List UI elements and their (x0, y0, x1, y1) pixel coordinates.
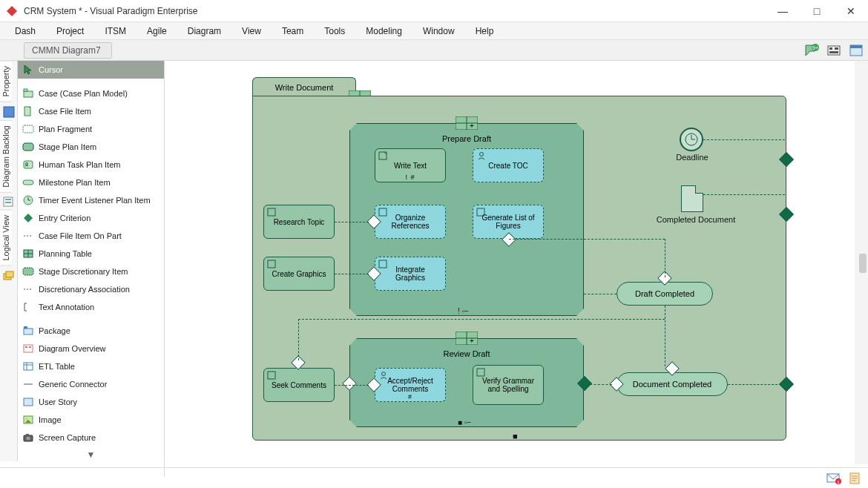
palette-item-stage-discretionary-item[interactable]: Stage Discretionary Item (18, 263, 164, 280)
palette-item-generic-connector[interactable]: Generic Connector (18, 375, 164, 393)
palette-item-package[interactable]: Package (18, 322, 164, 340)
task-label: Verify Grammar and Spelling (478, 377, 539, 393)
task-verify-grammar[interactable]: Verify Grammar and Spelling (473, 365, 544, 405)
menu-tools[interactable]: Tools (314, 24, 355, 38)
palette-item-text-annotation[interactable]: Text Annotation (18, 298, 164, 316)
palette-item-diagram-overview[interactable]: Diagram Overview (18, 340, 164, 357)
svg-rect-6 (829, 51, 838, 53)
task-accept-reject[interactable]: Accept/Reject Comments # (375, 368, 446, 402)
task-label: Create Graphics (272, 270, 326, 278)
palette-item-label: Timer Event Listener Plan Item (39, 196, 151, 205)
palette-item-label: Cursor (39, 65, 63, 74)
palette-item-case-file-item-on-part[interactable]: Case File Item On Part (18, 227, 164, 245)
menu-agile[interactable]: Agile (137, 24, 177, 38)
palette-item-milestone-plan-item[interactable]: Milestone Plan Item (18, 174, 164, 191)
menu-help[interactable]: Help (465, 24, 504, 38)
task-write-text[interactable]: Write Text ! # (375, 148, 446, 182)
task-research-topic[interactable]: Research Topic (263, 205, 335, 239)
svg-point-68 (382, 372, 386, 376)
palette-item-label: Generic Connector (39, 380, 107, 389)
menu-project[interactable]: Project (46, 24, 94, 38)
palette-item-timer-event-listener-plan-item[interactable]: Timer Event Listener Plan Item (18, 191, 164, 209)
mail-icon[interactable]: 1 (826, 472, 841, 484)
panel-toggle-icon[interactable] (846, 42, 867, 59)
svg-rect-48 (26, 434, 29, 435)
palette-item-etl-table[interactable]: ETL Table (18, 357, 164, 375)
palette-item-screen-capture[interactable]: Screen Capture (18, 429, 164, 446)
palette-more[interactable]: ▼ (18, 446, 164, 463)
exit-criterion[interactable] (779, 207, 794, 222)
task-seek-comments[interactable]: Seek Comments (263, 368, 335, 402)
svg-rect-14 (6, 271, 13, 277)
palette-item-entry-criterion[interactable]: Entry Criterion (18, 209, 164, 227)
svg-rect-36 (24, 345, 33, 352)
svg-rect-37 (25, 346, 27, 348)
document-icon (378, 260, 389, 268)
connector-icon (22, 378, 34, 390)
stage-markers: ! ▫− (458, 307, 469, 315)
palette-item-image[interactable]: Image (18, 411, 164, 429)
document-icon (378, 208, 389, 217)
svg-rect-18 (24, 107, 30, 116)
palette-item-label: Stage Discretionary Item (39, 267, 128, 276)
diagram-canvas[interactable]: Write Document − Prepare Draft + Write T… (165, 61, 855, 464)
exit-criterion[interactable] (779, 152, 794, 167)
svg-rect-69 (477, 369, 484, 376)
palette-item-cursor[interactable]: Cursor (18, 61, 164, 79)
menu-team[interactable]: Team (272, 24, 314, 38)
menu-view[interactable]: View (231, 24, 272, 38)
task-label: Seek Comments (272, 381, 326, 389)
palette-item-user-story[interactable]: User Story (18, 393, 164, 411)
menu-dash[interactable]: Dash (4, 24, 46, 38)
svg-rect-60 (477, 208, 484, 216)
task-organize-references[interactable]: Organize References (375, 205, 446, 239)
svg-point-45 (26, 418, 28, 421)
palette-item-label: Human Task Plan Item (39, 160, 120, 169)
minimize-button[interactable]: ― (766, 0, 800, 22)
status-bar: 1 (0, 467, 868, 488)
menu-diagram[interactable]: Diagram (177, 24, 231, 38)
palette-item-label: Diagram Overview (39, 344, 105, 353)
case-plan-model[interactable]: Write Document − Prepare Draft + Write T… (252, 77, 786, 441)
menu-window[interactable]: Window (412, 24, 465, 38)
menu-modeling[interactable]: Modeling (355, 24, 412, 38)
exit-criterion[interactable] (779, 377, 794, 392)
palette-item-stage-plan-item[interactable]: Stage Plan Item (18, 138, 164, 156)
svg-rect-8 (850, 45, 862, 48)
case-icon (22, 88, 34, 99)
maximize-button[interactable]: □ (800, 0, 834, 22)
layout-icon[interactable] (823, 42, 844, 59)
palette-item-discretionary-association[interactable]: Discretionary Association (18, 280, 164, 298)
side-tab-backlog[interactable]: Diagram Backlog (0, 120, 12, 193)
scroll-thumb[interactable] (859, 254, 867, 273)
breadcrumb-row: CMMN Diagram7 9+ (0, 40, 868, 61)
stage-icon (22, 266, 34, 277)
note-icon[interactable] (849, 472, 861, 485)
connector-icon (22, 283, 34, 295)
task-create-toc[interactable]: Create TOC (473, 148, 544, 182)
side-tab-property[interactable]: Property (0, 61, 12, 102)
menu-itsm[interactable]: ITSM (94, 24, 137, 38)
app-logo-icon (6, 5, 18, 17)
connector (335, 222, 369, 222)
palette-item-label: Case File Item On Part (39, 231, 122, 240)
case-plan-title: Write Document (252, 77, 356, 96)
breadcrumb[interactable]: CMMN Diagram7 (24, 42, 112, 59)
palette-item-human-task-plan-item[interactable]: Human Task Plan Item (18, 156, 164, 174)
palette-item-case-file-item[interactable]: Case File Item (18, 102, 164, 120)
palette-item-case-case-plan-model-[interactable]: Case (Case Plan Model) (18, 85, 164, 102)
palette-item-planning-table[interactable]: Planning Table (18, 245, 164, 263)
svg-rect-61 (379, 260, 387, 268)
case-file-item[interactable] (681, 185, 703, 212)
close-button[interactable]: ✕ (834, 0, 868, 22)
planning-table-icon[interactable]: + (456, 116, 478, 130)
connector (298, 319, 665, 320)
task-create-graphics[interactable]: Create Graphics (263, 257, 335, 291)
svg-rect-23 (23, 180, 33, 185)
planning-table-icon[interactable]: + (456, 332, 478, 345)
palette-item-plan-fragment[interactable]: Plan Fragment (18, 120, 164, 138)
timer-event-deadline[interactable] (680, 128, 703, 151)
side-tab-logical[interactable]: Logical View (0, 210, 12, 266)
task-integrate-graphics[interactable]: Integrate Graphics (375, 257, 446, 291)
notifications-icon[interactable]: 9+ (801, 42, 822, 59)
